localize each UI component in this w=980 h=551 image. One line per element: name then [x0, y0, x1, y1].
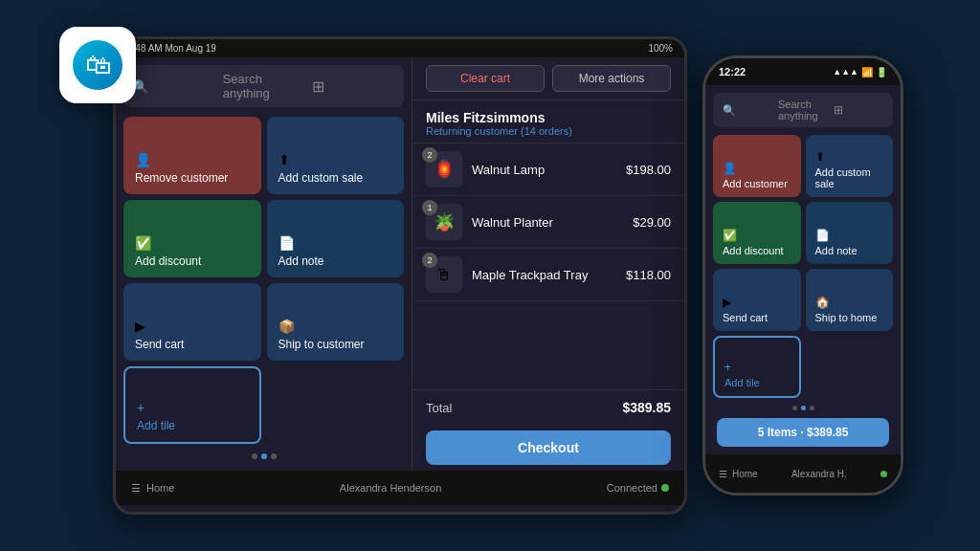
tablet-main-content: 🔍 Search anything ⊞ 👤 Remove customer ⬆ … [116, 57, 684, 471]
item-name-1: Walnut Lamp [472, 163, 616, 177]
phone-tile-add-note[interactable]: 📄 Add note [806, 202, 894, 264]
cart-item-2: 🪴 1 Walnut Planter $29.00 [412, 196, 684, 249]
phone-status-bar: 12:22 ▲▲▲ 📶 🔋 [705, 58, 901, 85]
tile-label-add-discount: Add discount [135, 254, 250, 268]
phone-bottom-bar: ☰ Home Alexandra H. [705, 454, 901, 493]
item-badge-3: 2 [422, 253, 437, 268]
phone-discount-icon: ✅ [723, 229, 791, 242]
item-name-3: Maple Trackpad Tray [472, 268, 616, 282]
shopify-logo: 🛍 [59, 27, 136, 103]
cart-items-list: 🏮 2 Walnut Lamp $198.00 🪴 1 Walnut Plant… [412, 143, 684, 389]
phone-battery-icon: 🔋 [876, 67, 887, 77]
phone-signal-icon: ▲▲▲ [833, 67, 858, 77]
user-remove-icon: 👤 [135, 152, 250, 167]
phone-content: 🔍 Search anything ⊞ 👤 Add customer ⬆ Add… [705, 85, 901, 454]
phone-menu-icon: ☰ [719, 469, 727, 479]
tablet-battery: 100% [648, 43, 673, 54]
tablet-home-label[interactable]: Home [146, 482, 174, 494]
phone-tile-send-cart[interactable]: ▶ Send cart [713, 269, 801, 331]
note-icon: 📄 [278, 235, 393, 251]
customer-info: Miles Fitzsimmons Returning customer (14… [412, 100, 684, 143]
phone-checkout-button[interactable]: 5 Items · $389.85 [717, 418, 889, 447]
checkout-button[interactable]: Checkout [426, 430, 671, 465]
phone-tile-label-send-cart: Send cart [723, 312, 791, 323]
cart-total: Total $389.85 [412, 389, 684, 425]
item-icon-2: 🪴 [434, 211, 455, 232]
phone-tile-label-add-discount: Add discount [723, 245, 791, 256]
upload-icon: ⬆ [278, 152, 393, 167]
tablet-right-panel: Clear cart More actions Miles Fitzsimmon… [412, 57, 684, 471]
tile-label-send-cart: Send cart [135, 338, 250, 351]
tablet-status-bar: 9:48 AM Mon Aug 19 100% [116, 39, 684, 57]
phone-search-bar[interactable]: 🔍 Search anything ⊞ [713, 93, 893, 127]
tablet-bottom-bar: ☰ Home Alexandra Henderson Connected [116, 471, 684, 505]
tablet-tile-grid: 👤 Remove customer ⬆ Add custom sale ✅ Ad… [123, 117, 404, 444]
tablet-user-label: Alexandra Henderson [340, 482, 441, 494]
phone-tile-add-tile[interactable]: + Add tile [713, 336, 801, 398]
phone-dot-3[interactable] [810, 406, 814, 410]
item-price-1: $198.00 [626, 163, 671, 177]
phone-ship-icon: 🏠 [815, 296, 884, 309]
tablet-tile-remove-customer[interactable]: 👤 Remove customer [123, 117, 261, 194]
page-dot-3[interactable] [271, 453, 277, 459]
more-actions-button[interactable]: More actions [552, 65, 671, 92]
phone-tile-add-custom-sale[interactable]: ⬆ Add custom sale [806, 135, 894, 197]
item-thumb-3: 🖱 2 [426, 256, 462, 293]
tablet-tile-add-note[interactable]: 📄 Add note [267, 200, 405, 277]
phone-dot-2[interactable] [801, 406, 806, 410]
tablet-search-input[interactable]: Search anything [223, 72, 305, 100]
phone-tile-ship-to-home[interactable]: 🏠 Ship to home [806, 269, 894, 331]
tablet: 9:48 AM Mon Aug 19 100% 🔍 Search anythin… [113, 36, 687, 515]
tablet-connection-status: Connected [607, 482, 669, 494]
tablet-tile-add-discount[interactable]: ✅ Add discount [123, 200, 261, 277]
cart-header: Clear cart More actions [412, 57, 684, 100]
phone-tile-label-add-customer: Add customer [723, 178, 791, 189]
phone-connected-dot [880, 471, 887, 477]
svg-text:🛍: 🛍 [85, 51, 111, 79]
item-thumb-2: 🪴 1 [426, 204, 462, 240]
phone-search-input[interactable]: Search anything [778, 99, 828, 121]
cart-item-1: 🏮 2 Walnut Lamp $198.00 [412, 143, 684, 196]
tablet-search-bar[interactable]: 🔍 Search anything ⊞ [123, 65, 404, 107]
clear-cart-button[interactable]: Clear cart [426, 65, 545, 92]
phone-upload-icon: ⬆ [815, 150, 884, 164]
item-icon-3: 🖱 [435, 265, 453, 285]
discount-icon: ✅ [135, 235, 250, 251]
phone-wifi-icon: 📶 [861, 67, 873, 77]
customer-name: Miles Fitzsimmons [426, 110, 671, 125]
tablet-tile-send-cart[interactable]: ▶ Send cart [123, 283, 261, 361]
phone-page-dots [713, 404, 893, 412]
phone-tile-add-customer[interactable]: 👤 Add customer [713, 135, 801, 197]
cart-item-3: 🖱 2 Maple Trackpad Tray $118.00 [412, 249, 684, 301]
tile-label-ship-to-customer: Ship to customer [278, 338, 393, 351]
customer-subtitle: Returning customer (14 orders) [426, 125, 671, 137]
page-dot-1[interactable] [252, 453, 257, 459]
item-price-3: $118.00 [626, 268, 671, 282]
page-dot-2[interactable] [261, 453, 267, 459]
send-icon: ▶ [135, 319, 250, 334]
phone-scan-icon: ⊞ [834, 103, 883, 117]
phone-home-label[interactable]: Home [732, 469, 758, 479]
tile-label-remove-customer: Remove customer [135, 171, 250, 185]
phone-search-icon: 🔍 [723, 104, 772, 117]
item-name-2: Walnut Planter [472, 215, 623, 230]
tablet-tile-ship-to-customer[interactable]: 📦 Ship to customer [267, 283, 405, 361]
tile-label-add-custom-sale: Add custom sale [278, 171, 393, 185]
tablet-connected-dot [661, 484, 669, 492]
tablet-tile-add-tile[interactable]: + Add tile [123, 366, 261, 444]
tablet-left-panel: 🔍 Search anything ⊞ 👤 Remove customer ⬆ … [116, 57, 412, 471]
search-icon: 🔍 [133, 79, 215, 94]
phone-tile-label-add-custom-sale: Add custom sale [815, 166, 884, 189]
phone-tile-add-discount[interactable]: ✅ Add discount [713, 202, 801, 264]
phone-user-icon: 👤 [723, 162, 791, 175]
phone-add-icon: + [724, 361, 790, 374]
tablet-status-label: Connected [607, 482, 657, 494]
phone-send-icon: ▶ [723, 296, 791, 309]
phone-user-label: Alexandra H. [791, 469, 847, 479]
tile-label-add-note: Add note [278, 254, 393, 268]
tablet-tile-add-custom-sale[interactable]: ⬆ Add custom sale [267, 117, 405, 194]
phone-tile-label-add-note: Add note [815, 245, 884, 256]
phone-dot-1[interactable] [792, 406, 797, 410]
phone-status-icons: ▲▲▲ 📶 🔋 [833, 67, 887, 77]
phone: 12:22 ▲▲▲ 📶 🔋 🔍 Search anything ⊞ 👤 Add … [702, 55, 903, 496]
